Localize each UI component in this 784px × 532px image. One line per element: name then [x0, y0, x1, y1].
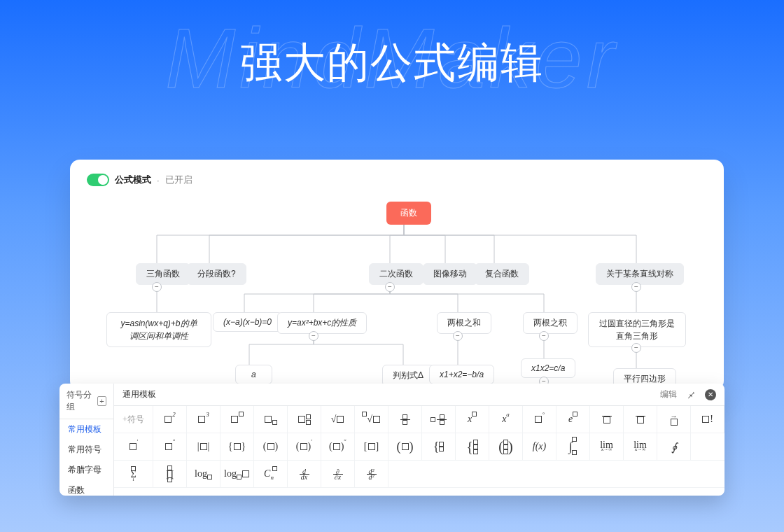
node-sin-mono[interactable]: y=asin(wx+q)+b的单调区间和单调性	[106, 312, 211, 347]
sym-parens[interactable]: ()	[254, 433, 288, 460]
sym-braces[interactable]: {}	[220, 433, 254, 460]
formula-panel-actions: 编辑 ✕	[660, 388, 716, 400]
symbol-row-3: Σi ∏ log log Cn ddx ∂∂x d²d²	[114, 461, 724, 488]
add-symbol-button[interactable]: +符号	[114, 406, 153, 433]
sym-cases-2[interactable]: {	[422, 433, 456, 460]
sym-nroot[interactable]: √	[355, 406, 388, 433]
symbol-group-label: 符号分组	[66, 389, 97, 413]
sym-big-parens[interactable]: ()	[388, 433, 422, 460]
formula-mode-status: 已开启	[165, 174, 192, 186]
sym-double-prime[interactable]: ″	[153, 433, 187, 460]
edit-button[interactable]: 编辑	[660, 388, 677, 400]
collapse-icon[interactable]: −	[152, 282, 162, 292]
collapse-icon[interactable]: −	[631, 282, 641, 292]
formula-mode-toggle[interactable]	[87, 174, 109, 186]
sym-derivative[interactable]: ddx	[288, 461, 321, 487]
sym-subscript[interactable]	[254, 406, 288, 433]
sym-matrix-3[interactable]: ()	[489, 433, 523, 460]
category-functions[interactable]: 函数	[59, 480, 113, 496]
formula-main-area: 通用模板 编辑 ✕ +符号 2 3 √ √ x	[114, 384, 724, 496]
symbol-row-1: +符号 2 3 √ √ x xa ° e → !	[114, 406, 724, 433]
category-common-templates[interactable]: 常用模板	[59, 419, 113, 440]
node-quadratic[interactable]: 二次函数	[369, 263, 424, 285]
sym-log-arg[interactable]: log	[220, 461, 254, 487]
sym-fx[interactable]: f(x)	[523, 433, 556, 460]
sym-log[interactable]: log	[187, 461, 220, 487]
pin-icon[interactable]	[685, 389, 696, 400]
sym-contour[interactable]: ∮	[657, 433, 691, 460]
mindmap-canvas[interactable]: 函数 三角函数 分段函数? 二次函数 图像移动 复合函数 关于某条直线对称 − …	[87, 193, 707, 375]
collapse-icon[interactable]: −	[385, 282, 395, 292]
sym-x-power-alt[interactable]: xa	[489, 406, 523, 433]
symbol-row-2: ′ ″ || {} () ()′ ()″ [] () { { () f(x) ∫…	[114, 433, 724, 461]
sym-brackets[interactable]: []	[355, 433, 388, 460]
sym-prime[interactable]: ′	[114, 433, 153, 460]
sym-overbar-2[interactable]	[624, 406, 657, 433]
sym-parens-dprime[interactable]: ()″	[321, 433, 355, 460]
node-trig[interactable]: 三角函数	[136, 263, 190, 285]
sym-subsup[interactable]	[288, 406, 321, 433]
sym-mixed-fraction[interactable]	[422, 406, 456, 433]
node-circle-tri[interactable]: 过圆直径的三角形是直角三角形	[588, 312, 686, 347]
sym-limit-1[interactable]: limx→∞	[590, 433, 624, 460]
node-a[interactable]: a	[235, 365, 272, 384]
node-piecewise[interactable]: 分段函数?	[187, 263, 246, 285]
sym-cases-3[interactable]: {	[456, 433, 489, 460]
sym-factorial[interactable]: !	[691, 406, 724, 433]
node-factored[interactable]: (x−a)(x−b)=0	[213, 312, 282, 332]
collapse-icon[interactable]: −	[309, 331, 318, 341]
sym-integral[interactable]: ∫	[556, 433, 590, 460]
sym-combination[interactable]: Cn	[254, 461, 288, 487]
node-sum-roots[interactable]: 两根之和	[437, 312, 491, 334]
formula-panel-header: 通用模板 编辑 ✕	[114, 384, 724, 406]
sym-product[interactable]: ∏	[153, 461, 187, 487]
formula-editor-panel: 符号分组 + 常用模板 常用符号 希腊字母 函数 通用模板 编辑 ✕ +符号 2…	[59, 384, 724, 496]
close-icon[interactable]: ✕	[705, 389, 716, 400]
formula-mode-label: 公式模式	[115, 174, 151, 186]
category-common-symbols[interactable]: 常用符号	[59, 440, 113, 460]
node-root[interactable]: 函数	[386, 202, 431, 225]
collapse-icon[interactable]: −	[631, 343, 641, 353]
add-group-icon[interactable]: +	[97, 396, 106, 406]
node-prod-roots[interactable]: 两根之积	[523, 312, 578, 334]
sym-fraction[interactable]	[388, 406, 422, 433]
formula-mode-separator: ·	[157, 175, 160, 186]
category-greek-letters[interactable]: 希腊字母	[59, 460, 113, 480]
sym-limit-2[interactable]: limx→∞	[624, 433, 657, 460]
sym-second-deriv[interactable]: d²d²	[355, 461, 388, 487]
formula-mode-row: 公式模式 · 已开启	[87, 174, 707, 186]
symbol-group-header: 符号分组 +	[59, 384, 113, 419]
sym-parens-prime[interactable]: ()′	[288, 433, 321, 460]
node-quad-props[interactable]: y=ax²+bx+c的性质	[277, 312, 367, 334]
sym-abs[interactable]: ||	[187, 433, 220, 460]
sym-sqrt[interactable]: √	[321, 406, 355, 433]
node-composite[interactable]: 复合函数	[475, 263, 529, 285]
sym-cube[interactable]: 3	[187, 406, 220, 433]
node-image-shift[interactable]: 图像移动	[423, 263, 477, 285]
node-vieta-sum[interactable]: x1+x2=−b/a	[429, 365, 494, 384]
formula-category-sidebar: 符号分组 + 常用模板 常用符号 希腊字母 函数	[59, 384, 114, 496]
sym-sum[interactable]: Σi	[114, 461, 153, 487]
sym-vector[interactable]: →	[657, 406, 691, 433]
formula-panel-title: 通用模板	[122, 388, 156, 400]
collapse-icon[interactable]: −	[453, 331, 463, 341]
sym-square[interactable]: 2	[153, 406, 187, 433]
sym-partial[interactable]: ∂∂x	[321, 461, 355, 487]
formula-symbol-grid: +符号 2 3 √ √ x xa ° e → ! ′	[114, 406, 724, 488]
sym-degree[interactable]: °	[523, 406, 556, 433]
collapse-icon[interactable]: −	[539, 331, 549, 341]
sym-superscript[interactable]	[220, 406, 254, 433]
hero-title: 强大的公式编辑	[240, 35, 544, 92]
mindmap-editor-window: 公式模式 · 已开启 函数 三角函数 分段函数? 二次函数 图像	[70, 160, 724, 391]
sym-e-power[interactable]: e	[556, 406, 590, 433]
sym-overbar[interactable]	[590, 406, 624, 433]
node-symmetry[interactable]: 关于某条直线对称	[596, 263, 684, 285]
node-vieta-prod[interactable]: x1x2=c/a	[521, 358, 575, 378]
sym-x-power[interactable]: x	[456, 406, 489, 433]
